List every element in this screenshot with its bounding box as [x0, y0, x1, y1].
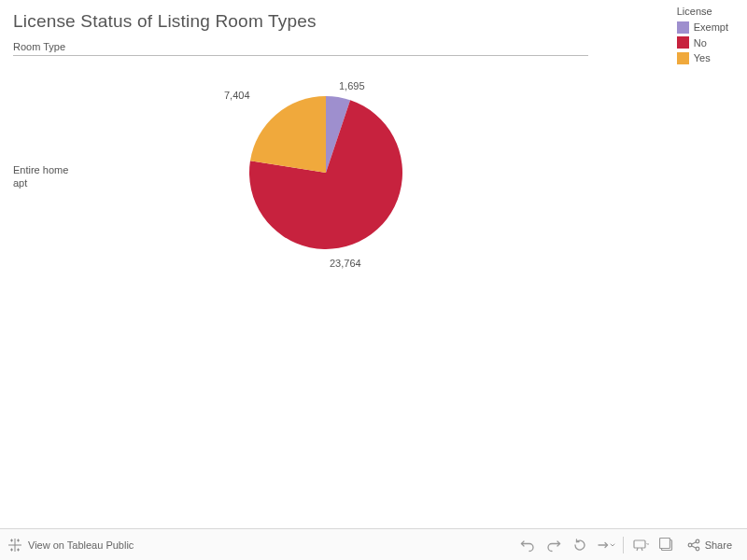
presentation-mode-button[interactable]: [627, 532, 654, 558]
svg-line-19: [691, 545, 696, 547]
legend-title: License: [677, 6, 728, 17]
data-label-yes: 7,404: [224, 90, 250, 101]
swatch-no: [677, 36, 689, 49]
svg-rect-14: [659, 538, 669, 548]
legend-item-yes[interactable]: Yes: [677, 50, 728, 66]
svg-point-16: [696, 539, 699, 543]
toolbar: View on Tableau Public Share: [0, 528, 747, 560]
forward-menu-button[interactable]: [593, 532, 619, 558]
subheader-label: Room Type: [13, 41, 65, 52]
redo-button[interactable]: [541, 532, 567, 558]
view-on-tableau-label: View on Tableau Public: [28, 539, 134, 551]
pie-chart-0[interactable]: [247, 93, 405, 252]
undo-button[interactable]: [514, 532, 541, 558]
svg-point-17: [696, 547, 699, 551]
swatch-yes: [677, 52, 689, 64]
page-title: License Status of Listing Room Types: [13, 11, 317, 32]
legend-item-exempt[interactable]: Exempt: [677, 20, 728, 35]
row-label: Entire home apt: [13, 163, 68, 190]
data-label-no: 23,764: [330, 258, 361, 269]
toolbar-separator: [623, 537, 624, 553]
share-icon: [687, 539, 700, 552]
download-button[interactable]: [654, 532, 680, 558]
replay-button[interactable]: [567, 532, 593, 558]
chart-area: Entire home apt 1,695 23,764 7,404 Priva…: [13, 56, 588, 518]
svg-rect-10: [634, 540, 645, 548]
legend-label: No: [694, 35, 707, 51]
swatch-exempt: [677, 21, 689, 34]
legend-label: Yes: [694, 50, 711, 66]
tableau-logo-icon: [7, 538, 22, 553]
share-label: Share: [705, 539, 732, 551]
view-on-tableau-link[interactable]: View on Tableau Public: [7, 538, 134, 553]
svg-line-18: [691, 541, 696, 543]
legend-item-no[interactable]: No: [677, 35, 728, 51]
legend: License Exempt No Yes: [677, 6, 728, 66]
chart-row-0: Entire home apt 1,695 23,764 7,404: [13, 75, 588, 280]
share-button[interactable]: Share: [680, 532, 740, 558]
legend-label: Exempt: [694, 20, 728, 35]
data-label-exempt: 1,695: [339, 80, 365, 91]
svg-point-15: [688, 543, 692, 547]
